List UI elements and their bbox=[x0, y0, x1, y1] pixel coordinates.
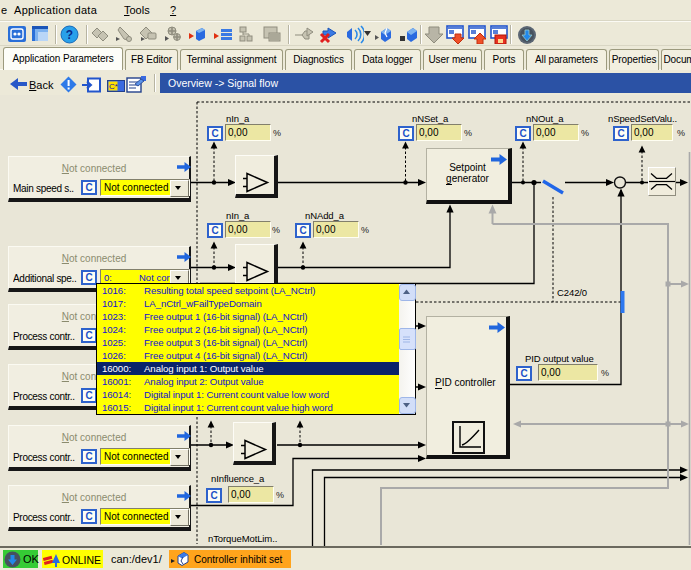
svg-text:?: ? bbox=[66, 28, 73, 42]
svg-text:C*: C* bbox=[109, 82, 118, 91]
